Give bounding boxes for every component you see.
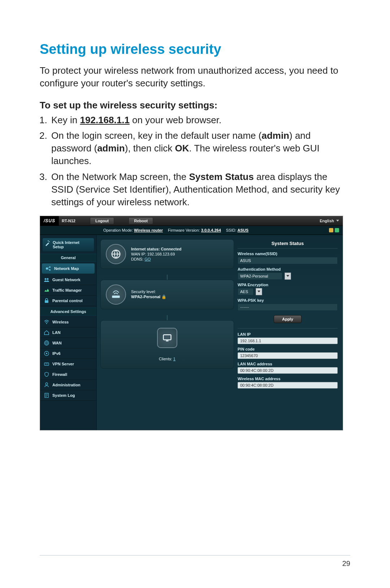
lanmac-label: LAN MAC address [238,362,338,366]
router-icon [106,284,126,305]
ddns-label: DDNS: [131,257,144,261]
sidebar-item-label: VPN Server [52,362,74,366]
bold-admin: admin [97,143,125,154]
globe-icon [44,340,49,346]
traffic-manager-icon [44,287,49,293]
sidebar-item-wan[interactable]: WAN [40,338,96,348]
admin-icon [44,382,49,388]
psk-input[interactable]: ········ [238,304,338,311]
page-number: 29 [342,559,350,568]
guest-network-icon [44,277,49,283]
sidebar-item-ipv6[interactable]: IPv6 [40,348,96,359]
svg-point-11 [46,383,48,385]
apply-button[interactable]: Apply [274,315,302,323]
ipv6-icon [44,351,49,356]
svg-point-0 [46,267,48,270]
sidebar-item-guest-network[interactable]: Guest Network [40,275,96,285]
lanmac-value: 00:90:4C:08:00:2D [238,367,338,374]
logout-button[interactable]: Logout [90,217,114,224]
auth-method-select[interactable]: WPA2-Personal [238,272,338,280]
sidebar-item-wireless[interactable]: Wireless [40,317,96,327]
encryption-label: WPA Encryption [238,283,338,287]
intro-text: To protect your wireless network from un… [40,64,350,90]
steps-list: Key in 192.168.1.1 on your web browser. … [40,114,350,209]
lock-icon: 🔒 [161,295,166,299]
status-icons [329,228,339,232]
section-advanced-label: Advanced Settings [40,308,96,316]
brand-logo: /SUS [40,216,59,226]
auth-method-value: WPA2-Personal [238,272,282,280]
encryption-select[interactable]: AES [238,288,338,295]
network-map-icon [46,266,51,271]
sidebar-item-administration[interactable]: Administration [40,380,96,390]
sidebar-item-label: LAN [52,330,61,335]
sidebar-item-label: Administration [52,383,81,387]
quick-internet-setup[interactable]: Quick Internet Setup [42,238,94,252]
encryption-value: AES [238,288,254,295]
footer-rule [40,555,350,555]
wifi-icon [44,319,49,325]
internet-status-card[interactable]: Internet status: Connected WAN IP: 192.1… [100,239,234,269]
sidebar-item-label: Guest Network [52,278,81,282]
text: ), then click [125,143,175,154]
ddns-go-link[interactable]: GO [144,257,151,261]
security-level-label: Security level: [131,289,166,294]
lock-icon [44,298,49,304]
sidebar-item-lan[interactable]: LAN [40,327,96,338]
chevron-down-icon [285,272,291,280]
text: on your web browser. [130,115,221,125]
firmware-version-value: 3.0.0.4.264 [201,228,221,232]
lanip-value: 192.168.1.1 [238,338,338,344]
usb-icon [329,228,333,232]
clients-count[interactable]: 1 [173,357,176,361]
ssid-input[interactable]: ASUS [238,257,338,264]
section-general-label: General [40,254,96,262]
ip-address: 192.168.1.1 [80,115,130,125]
wmac-value: 00:90:4C:08:00:2D [238,382,338,389]
model-name: RT-N12 [62,219,75,223]
chevron-down-icon [256,288,262,295]
sidebar-item-vpn-server[interactable]: VPN Server [40,359,96,369]
text: Key in [51,115,80,125]
sidebar-item-traffic-manager[interactable]: Traffic Manager [40,285,96,296]
text: On the Network Map screen, the [51,171,189,182]
sidebar: Quick Internet Setup General Network Map… [40,235,97,430]
svg-point-3 [45,278,47,280]
clients-card[interactable]: Clients: 1 [100,320,234,369]
svg-point-2 [49,269,51,271]
sidebar-item-firewall[interactable]: Firewall [40,369,96,380]
sidebar-item-label: Traffic Manager [52,288,82,292]
pin-label: PIN code [238,347,338,351]
sidebar-item-parental-control[interactable]: Parental control [40,296,96,306]
sidebar-item-system-log[interactable]: System Log [40,390,96,401]
subheading: To set up the wireless security settings… [40,100,350,111]
wmac-label: Wireless MAC address [238,377,338,381]
svg-point-6 [46,323,47,324]
connector-line [167,275,168,280]
top-bar: /SUS RT-N12 Logout Reboot English [40,216,343,226]
reboot-button[interactable]: Reboot [129,217,153,224]
bold-admin: admin [261,130,289,141]
wan-ip: WAN IP: 192.168.123.69 [131,252,181,256]
document-page: Setting up wireless security To protect … [0,0,390,588]
security-level-card[interactable]: Security level: WPA2-Personal 🔒 [100,280,234,309]
wand-icon [45,240,51,246]
svg-point-9 [46,353,47,354]
sidebar-item-network-map[interactable]: Network Map [42,263,95,274]
sidebar-item-label: WAN [52,341,62,345]
log-icon [44,392,49,398]
ssid-value: ASUS [238,228,249,232]
globe-icon [106,244,126,264]
auth-method-label: Authentication Method [238,267,338,271]
language-selector[interactable]: English [320,219,339,223]
panel-title: System Status [238,239,338,249]
text: On the login screen, key in the default … [51,130,261,141]
svg-rect-14 [112,296,120,298]
sidebar-item-label: Firewall [52,372,67,377]
shield-icon [44,372,49,377]
text: SSID: [226,228,237,232]
text: Firmware Version: [168,228,200,232]
gui-body: Quick Internet Setup General Network Map… [40,235,343,430]
clients-label: Clients: [159,357,173,361]
connector-line [167,315,168,320]
